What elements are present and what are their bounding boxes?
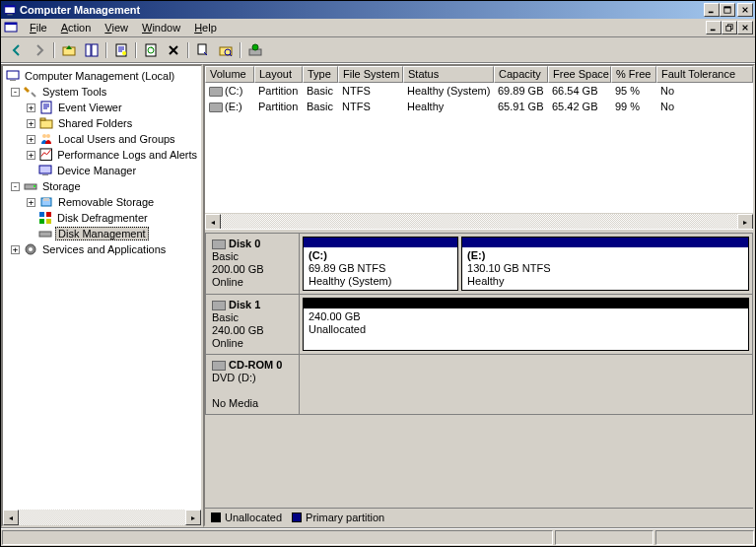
disk-info: Disk 1Basic240.00 GBOnline xyxy=(206,295,300,354)
export-button[interactable] xyxy=(191,39,214,61)
partition[interactable]: (E:)130.10 GB NTFSHealthy xyxy=(461,237,749,291)
back-button[interactable] xyxy=(5,39,28,61)
titlebar[interactable]: Computer Management xyxy=(1,1,755,19)
tree-toggle[interactable]: + xyxy=(11,245,20,254)
tree-disk-management[interactable]: Disk Management xyxy=(55,227,149,240)
svg-rect-24 xyxy=(10,80,16,81)
svg-point-43 xyxy=(29,247,33,251)
volume-scrollbar[interactable]: ◂ ▸ xyxy=(205,213,753,229)
tree-device-manager[interactable]: Device Manager xyxy=(55,165,138,176)
search-button[interactable] xyxy=(214,39,237,61)
tree-defrag[interactable]: Disk Defragmenter xyxy=(55,212,150,224)
storage-icon xyxy=(23,178,38,194)
tree-toggle[interactable]: - xyxy=(11,182,20,191)
show-hide-tree-button[interactable] xyxy=(80,39,103,61)
volume-row[interactable]: (E:)PartitionBasicNTFSHealthy65.91 GB65.… xyxy=(205,99,753,114)
volume-list[interactable]: Volume Layout Type File System Status Ca… xyxy=(205,66,753,229)
mdi-buttons xyxy=(706,21,753,34)
tree-toggle[interactable]: + xyxy=(27,198,35,207)
svg-rect-3 xyxy=(709,12,714,14)
partition-body: (E:)130.10 GB NTFSHealthy xyxy=(462,247,748,290)
svg-rect-5 xyxy=(724,7,730,9)
event-viewer-icon xyxy=(38,100,54,115)
maximize-button[interactable] xyxy=(720,3,735,17)
tree-perf-logs[interactable]: Performance Logs and Alerts xyxy=(55,149,199,161)
col-type[interactable]: Type xyxy=(303,66,338,83)
disk-row[interactable]: Disk 1Basic240.00 GBOnline240.00 GBUnall… xyxy=(205,294,753,354)
menu-help[interactable]: Help xyxy=(187,20,224,35)
scroll-right-button[interactable]: ▸ xyxy=(185,510,201,525)
tree-services[interactable]: Services and Applications xyxy=(40,243,168,255)
svg-rect-38 xyxy=(46,212,51,217)
col-fault[interactable]: Fault Tolerance xyxy=(656,66,753,83)
tree-toggle[interactable]: + xyxy=(27,151,35,160)
scroll-track[interactable] xyxy=(19,510,185,525)
perf-icon xyxy=(38,147,53,163)
scroll-left-button[interactable]: ◂ xyxy=(3,510,19,525)
disk-graphical-view[interactable]: Disk 0Basic200.00 GBOnline(C:)69.89 GB N… xyxy=(205,233,753,506)
col-volume[interactable]: Volume xyxy=(205,66,254,83)
tree-shared-folders[interactable]: Shared Folders xyxy=(56,117,134,129)
partition-stripe xyxy=(304,299,748,308)
refresh-button[interactable] xyxy=(139,39,162,61)
device-icon xyxy=(37,163,53,178)
properties-button[interactable] xyxy=(109,39,132,61)
volume-icon xyxy=(209,87,223,97)
partition[interactable]: (C:)69.89 GB NTFSHealthy (System) xyxy=(303,237,458,291)
settings-button[interactable] xyxy=(243,39,266,61)
mdi-close-button[interactable] xyxy=(737,21,753,34)
scroll-track[interactable] xyxy=(221,214,737,229)
status-cell-2 xyxy=(555,530,653,545)
tools-icon xyxy=(23,84,38,100)
col-capacity[interactable]: Capacity xyxy=(494,66,548,83)
tree-local-users[interactable]: Local Users and Groups xyxy=(56,133,177,145)
disk-mgmt-icon xyxy=(37,226,53,241)
status-cell-3 xyxy=(655,530,754,545)
forward-button[interactable] xyxy=(28,39,50,61)
col-pct[interactable]: % Free xyxy=(611,66,656,83)
up-button[interactable] xyxy=(57,39,80,61)
disk-row[interactable]: Disk 0Basic200.00 GBOnline(C:)69.89 GB N… xyxy=(205,233,753,294)
minimize-button[interactable] xyxy=(704,3,720,17)
svg-rect-23 xyxy=(7,71,19,79)
volume-cell-fs: NTFS xyxy=(338,101,403,112)
tree-toggle[interactable]: + xyxy=(27,135,35,144)
svg-point-15 xyxy=(122,51,126,55)
partition-body: 240.00 GBUnallocated xyxy=(304,308,748,350)
col-fs[interactable]: File System xyxy=(338,66,403,83)
volume-cell-status: Healthy (System) xyxy=(403,85,494,97)
tree-toggle[interactable]: + xyxy=(27,119,35,128)
volume-cell-pct: 99 % xyxy=(611,101,656,112)
svg-rect-13 xyxy=(92,44,98,56)
tree-toggle[interactable]: - xyxy=(11,88,20,97)
mdi-minimize-button[interactable] xyxy=(706,21,722,34)
removable-icon xyxy=(38,194,54,210)
menu-window[interactable]: Window xyxy=(135,20,187,35)
volume-row[interactable]: (C:)PartitionBasicNTFSHealthy (System)69… xyxy=(205,83,753,99)
tree-root[interactable]: Computer Management (Local) xyxy=(23,70,176,82)
navigation-tree[interactable]: Computer Management (Local) -System Tool… xyxy=(3,66,201,510)
disk-row[interactable]: CD-ROM 0DVD (D:)No Media xyxy=(205,354,753,415)
col-status[interactable]: Status xyxy=(403,66,494,83)
col-free[interactable]: Free Space xyxy=(548,66,611,83)
tree-scrollbar[interactable]: ◂ ▸ xyxy=(3,510,201,525)
delete-button[interactable] xyxy=(162,39,184,61)
tree-system-tools[interactable]: System Tools xyxy=(40,86,108,98)
volume-cell-fault: No xyxy=(656,85,745,97)
menu-action[interactable]: Action xyxy=(54,20,99,35)
volume-cell-capacity: 65.91 GB xyxy=(494,101,548,112)
tree-event-viewer[interactable]: Event Viewer xyxy=(56,102,124,113)
volume-cell-free: 65.42 GB xyxy=(548,101,611,112)
legend-primary-swatch xyxy=(292,513,302,522)
mdi-restore-button[interactable] xyxy=(722,21,737,34)
col-layout[interactable]: Layout xyxy=(254,66,303,83)
partition[interactable]: 240.00 GBUnallocated xyxy=(303,298,749,351)
tree-removable[interactable]: Removable Storage xyxy=(56,196,156,208)
menu-file[interactable]: File xyxy=(23,20,54,35)
scroll-left-button[interactable]: ◂ xyxy=(205,214,221,229)
menu-view[interactable]: View xyxy=(98,20,135,35)
tree-toggle[interactable]: + xyxy=(27,103,35,112)
tree-storage[interactable]: Storage xyxy=(40,180,83,192)
scroll-right-button[interactable]: ▸ xyxy=(737,214,753,229)
close-button[interactable] xyxy=(737,3,753,17)
